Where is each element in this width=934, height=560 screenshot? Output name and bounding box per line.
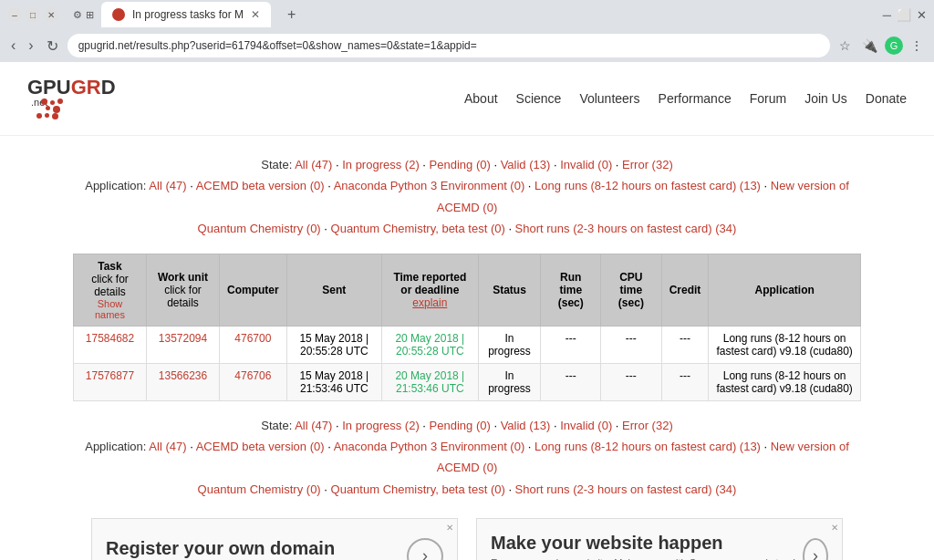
extensions-icon[interactable]: 🔌	[858, 36, 881, 55]
filter-error[interactable]: Error (32)	[622, 158, 673, 171]
bottom-app-quantum-beta[interactable]: Quantum Chemistry, beta test (0)	[331, 482, 505, 496]
bookmark-icon[interactable]: ☆	[835, 36, 855, 55]
th-computer: Computer	[219, 254, 286, 326]
app-short-runs[interactable]: Short runs (2-3 hours on fastest card) (…	[515, 222, 737, 235]
window-minimize-icon[interactable]: ─	[883, 8, 891, 22]
top-filter-section: State: All (47) · In progress (2) · Pend…	[73, 154, 861, 240]
bottom-app-label: Application:	[85, 440, 146, 453]
forward-button[interactable]: ›	[25, 36, 36, 56]
cpu-time-1: ---	[601, 363, 662, 400]
bottom-filter-all[interactable]: All (47)	[295, 419, 332, 432]
ad-close-0[interactable]: ✕	[446, 523, 453, 533]
bottom-app-long-runs[interactable]: Long runs (8-12 hours on fastest card) (…	[534, 440, 761, 453]
task-link-0[interactable]: 17584682	[86, 332, 134, 345]
nav-performance[interactable]: Performance	[659, 91, 732, 106]
filter-pending[interactable]: Pending (0)	[430, 158, 491, 171]
bottom-app-anaconda[interactable]: Anaconda Python 3 Environment (0)	[334, 440, 525, 453]
results-table: Task click for details Show names Work u…	[73, 254, 861, 401]
ad-banner-0: Register your own domain Domains, Hostin…	[91, 518, 458, 560]
filter-all[interactable]: All (47)	[295, 158, 332, 171]
tab-close-btn[interactable]: ✕	[251, 8, 260, 21]
logo[interactable]: GPUGRD .net	[27, 71, 100, 126]
run-time-1: ---	[541, 363, 601, 400]
show-names-link[interactable]: Show names	[81, 298, 139, 320]
app-quantum[interactable]: Quantum Chemistry (0)	[198, 222, 321, 235]
application-0: Long runs (8-12 hours on fastest card) v…	[709, 326, 861, 363]
filter-in-progress[interactable]: In progress (2)	[342, 158, 420, 171]
nav-science[interactable]: Science	[516, 91, 562, 106]
status-0: In progress	[478, 326, 541, 363]
app-acemd-beta[interactable]: ACEMD beta version (0)	[196, 179, 325, 192]
table-row: 17584682 13572094 476700 15 May 2018 | 2…	[74, 326, 861, 363]
ad-heading-0: Register your own domain	[106, 538, 396, 559]
bottom-app-acemd-beta[interactable]: ACEMD beta version (0)	[196, 440, 325, 453]
close-button[interactable]: ✕	[44, 7, 58, 22]
state-label: State:	[261, 158, 292, 171]
workunit-link-0[interactable]: 13572094	[159, 332, 207, 345]
th-credit: Credit	[661, 254, 709, 326]
bottom-filter-in-progress[interactable]: In progress (2)	[342, 419, 420, 432]
computer-link-1[interactable]: 476706	[234, 369, 271, 382]
reload-button[interactable]: ↻	[43, 36, 62, 57]
credit-1: ---	[661, 363, 709, 400]
filter-invalid[interactable]: Invalid (0)	[560, 158, 612, 171]
filter-valid[interactable]: Valid (13)	[501, 158, 551, 171]
th-status: Status	[478, 254, 541, 326]
bottom-state-label: State:	[261, 419, 292, 432]
ad-cta-1[interactable]: ›	[803, 538, 828, 560]
workunit-link-1[interactable]: 13566236	[159, 369, 207, 382]
bottom-app-all[interactable]: All (47)	[149, 440, 186, 453]
time-reported-1: 20 May 2018 | 21:53:46 UTC	[382, 363, 479, 400]
active-tab[interactable]: In progress tasks for M ✕	[101, 2, 271, 27]
nav-join-us[interactable]: Join Us	[804, 91, 847, 106]
nav-about[interactable]: About	[464, 91, 498, 106]
explain-link[interactable]: explain	[412, 296, 447, 309]
nav-volunteers[interactable]: Volunteers	[579, 91, 639, 106]
ad-close-1[interactable]: ✕	[831, 523, 838, 533]
tab-favicon	[112, 8, 125, 21]
nav-donate[interactable]: Donate	[866, 91, 907, 106]
bottom-app-quantum[interactable]: Quantum Chemistry (0)	[198, 482, 321, 496]
th-sent: Sent	[286, 254, 381, 326]
ad-cta-0[interactable]: ›	[407, 538, 443, 560]
th-cpu-time: CPU time (sec)	[601, 254, 662, 326]
bottom-filter-section: State: All (47) · In progress (2) · Pend…	[73, 415, 861, 501]
bottom-app-short-runs[interactable]: Short runs (2-3 hours on fastest card) (…	[515, 482, 737, 496]
window-restore-icon[interactable]: ⬜	[897, 8, 911, 22]
status-1: In progress	[478, 363, 541, 400]
app-all[interactable]: All (47)	[149, 179, 186, 192]
task-link-1[interactable]: 17576877	[86, 369, 134, 382]
address-bar: ‹ › ↻ ☆ 🔌 G ⋮	[0, 29, 934, 62]
cpu-time-0: ---	[601, 326, 662, 363]
back-button[interactable]: ‹	[7, 36, 19, 56]
window-close-icon[interactable]: ✕	[917, 8, 927, 22]
app-anaconda[interactable]: Anaconda Python 3 Environment (0)	[334, 179, 525, 192]
maximize-button[interactable]: □	[26, 7, 40, 22]
application-1: Long runs (8-12 hours on fastest card) v…	[709, 363, 861, 400]
bottom-filter-valid[interactable]: Valid (13)	[501, 419, 551, 432]
bottom-filter-invalid[interactable]: Invalid (0)	[560, 419, 612, 432]
app-quantum-beta[interactable]: Quantum Chemistry, beta test (0)	[331, 222, 505, 235]
th-run-time: Run time (sec)	[541, 254, 601, 326]
computer-link-0[interactable]: 476700	[234, 332, 271, 345]
th-time-reported: Time reported or deadline explain	[382, 254, 479, 326]
bottom-filter-error[interactable]: Error (32)	[622, 419, 673, 432]
minimize-button[interactable]: –	[7, 7, 22, 22]
th-workunit: Work unit click for details	[146, 254, 219, 326]
ad-banner-1: Make your website happen Everyone needs …	[476, 518, 843, 560]
new-tab-button[interactable]: +	[282, 5, 301, 25]
app-long-runs[interactable]: Long runs (8-12 hours on fastest card) (…	[534, 179, 761, 192]
run-time-0: ---	[541, 326, 601, 363]
table-row: 17576877 13566236 476706 15 May 2018 | 2…	[74, 363, 861, 400]
sent-0: 15 May 2018 | 20:55:28 UTC	[286, 326, 381, 363]
site-nav: About Science Volunteers Performance For…	[464, 91, 907, 106]
sent-1: 15 May 2018 | 21:53:46 UTC	[286, 363, 381, 400]
address-input[interactable]	[67, 34, 830, 57]
nav-forum[interactable]: Forum	[750, 91, 786, 106]
bottom-filter-pending[interactable]: Pending (0)	[430, 419, 491, 432]
tab-icon2: ⊞	[86, 9, 94, 21]
profile-icon[interactable]: G	[885, 36, 903, 55]
tab-icon: ⚙	[73, 9, 82, 21]
menu-icon[interactable]: ⋮	[907, 36, 927, 55]
ad-section: Register your own domain Domains, Hostin…	[73, 518, 861, 560]
